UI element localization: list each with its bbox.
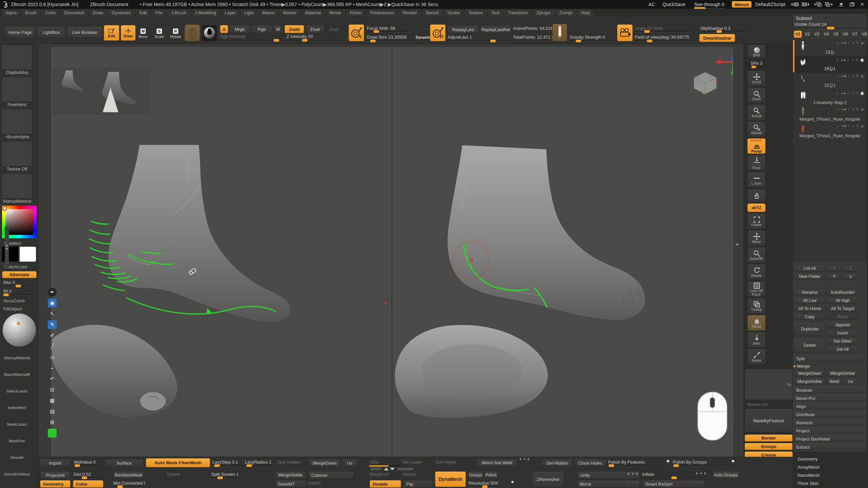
subtool-item-icons[interactable]: ↙ ●● ◐ ◑ ✎ ◉ bbox=[836, 90, 864, 96]
adjust-last-slider[interactable]: AdjustLast 1 bbox=[448, 35, 472, 40]
tray-divider-scrollbar[interactable] bbox=[5, 226, 9, 268]
stroke-curve-d-button[interactable]: D bbox=[430, 24, 446, 41]
tray-item[interactable]: MaskLasso bbox=[1, 411, 33, 427]
right-shelf-item[interactable]: Transp bbox=[747, 298, 766, 314]
subtool-item[interactable]: ↙ ●● ◐ ◑ ✎ ◉ 15강1 bbox=[793, 73, 866, 89]
tray-item[interactable]: StartupMaterial bbox=[1, 174, 33, 204]
sdiv-scrubber[interactable] bbox=[371, 468, 381, 470]
menu-item[interactable]: Movie bbox=[326, 9, 345, 16]
uv-bottom-button[interactable]: Uv bbox=[342, 459, 358, 467]
tray-item[interactable]: BasicMaterialB bbox=[1, 362, 33, 377]
visibility-tab[interactable]: V8 bbox=[860, 30, 868, 38]
geometry-section[interactable]: Geometry bbox=[797, 456, 817, 462]
del-lower-button[interactable]: Del Lower bbox=[402, 460, 422, 465]
merge-similar-button[interactable]: MergeSimilar bbox=[827, 370, 858, 377]
focal-shift-slider[interactable]: Focal Shift -56 bbox=[367, 26, 395, 31]
subtool-down-button[interactable]: ↓ bbox=[843, 265, 858, 271]
replay-last-button[interactable]: ReplayLast bbox=[448, 26, 479, 33]
menu-item[interactable]: Material bbox=[301, 9, 324, 16]
split-screen-slider[interactable]: Split Screen 1 bbox=[211, 472, 239, 477]
subtool-item-icons[interactable]: ↙ ●● ◐ ◑ ✎ ◉ bbox=[836, 57, 864, 62]
dynamesh-button[interactable]: DynaMesh bbox=[435, 471, 466, 487]
distribute-row[interactable]: Distribute bbox=[793, 411, 866, 418]
lazyradius-slider[interactable]: LazyRadius 1 bbox=[245, 460, 272, 465]
obj-shadow-slider[interactable]: ObjShadow 0.3 bbox=[700, 26, 730, 31]
mirror-and-weld-button[interactable]: Mirror And Weld bbox=[476, 459, 518, 467]
merge-section-label[interactable]: Merge bbox=[797, 364, 810, 369]
right-shelf-item[interactable]: ◂XYZ bbox=[747, 203, 766, 212]
right-shelf-item[interactable]: Move bbox=[747, 230, 766, 246]
menu-item[interactable]: File bbox=[152, 9, 166, 16]
annotation-tool-icon[interactable]: ◉ bbox=[48, 299, 57, 307]
close-icon[interactable]: × bbox=[861, 1, 864, 8]
split-hidden-button[interactable]: Split Hidden bbox=[277, 460, 301, 465]
texture-on-toggle[interactable]: Texture On bbox=[747, 402, 768, 407]
all-low-button[interactable]: All Low bbox=[794, 297, 826, 304]
dynamic-toggle[interactable]: Dynamic bbox=[416, 35, 431, 39]
mergevisible-bottom-button[interactable]: MergeVisible bbox=[275, 471, 306, 479]
tray-item[interactable]: ~BrushAlpha bbox=[1, 109, 33, 140]
move-button[interactable]: MMove bbox=[137, 26, 149, 41]
subtool-item-icons[interactable]: ↙ ●● ◐ ◑ ✎ ◉ bbox=[836, 74, 864, 78]
current-alpha-thumbnail[interactable] bbox=[184, 24, 200, 41]
next-doc-icon[interactable] bbox=[825, 2, 833, 7]
tray-item[interactable]: SelectRect bbox=[1, 395, 33, 410]
right-shelf-item[interactable]: x y z Floor bbox=[747, 155, 766, 171]
paste-button[interactable]: Paste bbox=[827, 313, 858, 320]
ac-button[interactable]: AC bbox=[648, 2, 655, 7]
annotation-tool-icon[interactable]: ⊞ bbox=[48, 418, 57, 427]
annotation-tool-icon[interactable]: ↖ bbox=[48, 309, 57, 318]
sculpt-foot-left[interactable] bbox=[85, 143, 305, 326]
live-boolean-button[interactable]: Live Boolean bbox=[67, 26, 103, 38]
copy-button[interactable]: Copy bbox=[794, 313, 826, 320]
menu-item[interactable]: Render bbox=[399, 9, 421, 16]
right-shelf-item[interactable]: Solo bbox=[747, 332, 766, 348]
annotation-tool-icon[interactable]: ↶ bbox=[48, 374, 57, 383]
right-shelf-item[interactable]: L.Sym bbox=[747, 172, 766, 188]
bevel-pro-row[interactable]: Bevel Pro bbox=[793, 395, 866, 401]
auto-groups-button[interactable]: Auto Groups bbox=[712, 471, 739, 479]
menu-item[interactable]: Dynamics bbox=[108, 9, 135, 16]
right-shelf-item[interactable]: Zoom bbox=[747, 87, 766, 103]
menu-item[interactable]: Zscript bbox=[555, 9, 576, 16]
subtool-up-button[interactable]: ↑ bbox=[827, 265, 842, 271]
menu-item[interactable]: Preferences bbox=[367, 9, 398, 16]
menu-item[interactable]: Transform bbox=[504, 9, 532, 16]
subtool-item[interactable]: ↙ ●● ◐ ◑ ✎ ◉ Merged_TPose1_Ryan_Kingslie bbox=[793, 123, 866, 139]
annotation-tool-icon[interactable]: ╱ bbox=[48, 342, 57, 351]
rgb-intensity-slider[interactable]: Rgb Intensity bbox=[220, 34, 246, 39]
double-button[interactable]: Double bbox=[370, 480, 401, 488]
polish-groups-mode-dot[interactable] bbox=[732, 460, 734, 463]
right-shelf-item[interactable]: Ghost bbox=[747, 315, 766, 331]
visibility-tab[interactable]: V3 bbox=[813, 30, 821, 38]
tray-item[interactable]: SelectLasso bbox=[1, 378, 33, 394]
duplicate-button[interactable]: Duplicate bbox=[794, 322, 826, 336]
sdiv-down-arrow[interactable] bbox=[390, 468, 395, 470]
lightbox-button[interactable]: LightBox bbox=[37, 26, 65, 38]
del-other-button[interactable]: Del Other bbox=[827, 338, 858, 344]
right-shelf-item[interactable]: BPR bbox=[747, 45, 766, 58]
rgb-button[interactable]: Rgb bbox=[251, 25, 272, 33]
sdiv-up-arrow[interactable] bbox=[384, 468, 389, 470]
dist-slider[interactable]: Dist 0.02 bbox=[74, 472, 91, 477]
tray-item[interactable]: SmoothValleys bbox=[1, 461, 33, 477]
right-shelf-item[interactable]: Xpose bbox=[747, 349, 766, 365]
tray-item[interactable]: MaskPen bbox=[1, 428, 33, 444]
prev-doc-icon[interactable] bbox=[814, 2, 823, 7]
right-shelf-item[interactable]: Line Fill PolyF bbox=[747, 281, 766, 297]
inflate-slider[interactable]: Inflate bbox=[642, 472, 654, 477]
home-page-button[interactable]: Home Page bbox=[4, 26, 36, 38]
annotation-tool-icon[interactable]: ⊟ bbox=[48, 385, 57, 394]
surface-button[interactable]: Surface bbox=[105, 459, 143, 467]
light-placement-sphere[interactable] bbox=[3, 313, 36, 347]
merge-visible-button[interactable]: MergeVisible bbox=[794, 378, 826, 385]
append-button[interactable]: Append bbox=[827, 322, 858, 328]
right-shelf-item[interactable]: AAHalf bbox=[747, 121, 766, 137]
quicksave-button[interactable]: QuickSave bbox=[663, 2, 686, 7]
sculpt-foot-bottom-left[interactable] bbox=[52, 321, 187, 421]
shrink-canvas-icon[interactable] bbox=[791, 2, 799, 7]
annotation-tool-icon[interactable]: ▦ bbox=[48, 396, 57, 405]
autoreorder-button[interactable]: AutoReorder bbox=[827, 289, 858, 296]
annotation-tool-icon[interactable] bbox=[48, 429, 57, 438]
rotate-button[interactable]: RRotate bbox=[169, 26, 182, 41]
